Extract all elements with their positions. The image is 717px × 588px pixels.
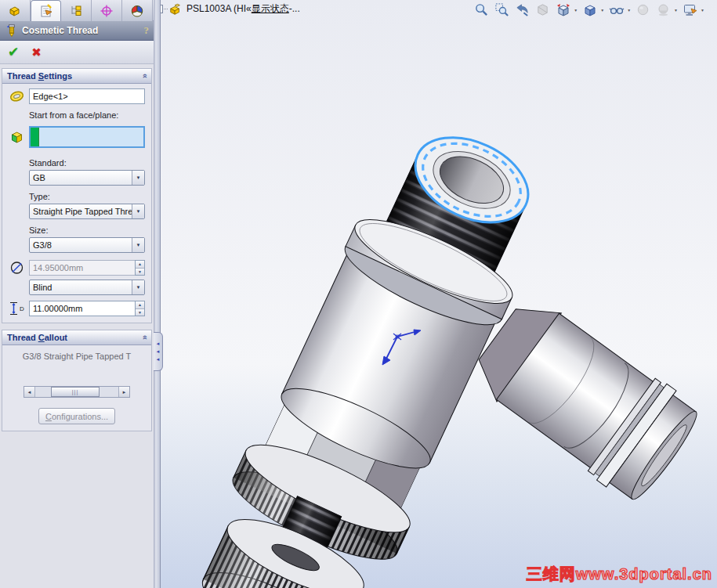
scroll-left-icon[interactable]: ◄	[24, 387, 35, 397]
chevron-down-icon[interactable]: ▼	[674, 8, 678, 13]
tree-connector	[164, 9, 168, 9]
type-label: Type:	[29, 192, 145, 201]
face-icon	[9, 129, 29, 145]
chevron-down-icon[interactable]: ▼	[132, 238, 144, 252]
chevron-down-icon[interactable]: ▼	[132, 204, 144, 218]
depth-icon: D	[9, 301, 29, 316]
page-title: Cosmetic Thread	[22, 25, 140, 36]
tree-expand-button[interactable]: +	[161, 5, 163, 13]
edge-selection-input[interactable]: Edge<1>	[29, 88, 145, 104]
property-manager-panel: Cosmetic Thread ? ✔ ✖ Thread Settings »	[0, 0, 154, 588]
panel-collapse-tab[interactable]: ◄ ◄ ◄	[154, 332, 163, 371]
edge-icon	[9, 88, 29, 104]
chevron-down-icon[interactable]: ▼	[132, 280, 144, 294]
part-name-label[interactable]: PSL1003A (HI«显示状态-...	[186, 2, 300, 16]
view-orientation-icon[interactable]	[555, 2, 571, 18]
manager-tabs	[0, 0, 154, 21]
hide-show-items-icon[interactable]	[608, 2, 625, 18]
type-dropdown[interactable]: Straight Pipe Tapped Thread ▼	[29, 204, 145, 219]
splitter-arrow-icon: ◄	[156, 341, 161, 346]
collapse-chevron-icon[interactable]: »	[139, 74, 149, 78]
thread-callout-title: Thread Callout	[7, 333, 67, 342]
model-3d-view[interactable]	[161, 0, 717, 588]
spin-up-icon[interactable]: ▲	[136, 261, 144, 268]
spin-down-icon[interactable]: ▼	[136, 308, 144, 316]
tab-configuration-manager[interactable]	[61, 0, 92, 21]
configuration-manager-icon	[68, 3, 84, 19]
display-manager-icon	[129, 3, 145, 19]
size-dropdown[interactable]: G3/8 ▼	[29, 237, 145, 253]
help-button[interactable]: ?	[144, 24, 150, 37]
tab-feature-manager[interactable]	[0, 0, 31, 21]
splitter-arrow-icon: ◄	[156, 357, 161, 362]
tab-property-manager[interactable]	[31, 0, 61, 21]
thread-callout-body: G3/8 Straight Pipe Tapped T ◄ ||| ► Conf…	[2, 352, 151, 431]
app-window: Cosmetic Thread ? ✔ ✖ Thread Settings »	[0, 0, 717, 588]
face-selection-input[interactable]	[29, 126, 145, 148]
chevron-down-icon[interactable]: ▼	[574, 8, 578, 13]
tab-dimxpert-manager[interactable]	[92, 0, 122, 21]
cosmetic-thread-icon	[5, 23, 18, 38]
depth-row: D 11.00000mm ▲ ▼	[9, 301, 145, 316]
chevron-down-icon[interactable]: ▼	[701, 8, 704, 13]
depth-value[interactable]: 11.00000mm	[29, 301, 135, 316]
chevron-down-icon[interactable]: ▼	[132, 171, 144, 185]
thread-callout-group: Thread Callout » G3/8 Straight Pipe Tapp…	[2, 330, 152, 431]
zoom-fit-icon[interactable]	[473, 2, 490, 18]
standard-dropdown[interactable]: GB ▼	[29, 170, 145, 186]
end-condition-dropdown[interactable]: Blind ▼	[29, 280, 145, 295]
edit-appearance-screen-icon[interactable]	[682, 2, 698, 18]
thread-diameter-icon	[9, 260, 29, 276]
display-style-icon[interactable]	[581, 2, 598, 18]
start-from-label: Start from a face/plane:	[29, 110, 145, 120]
callout-scrollbar[interactable]: ◄ ||| ►	[24, 386, 130, 398]
previous-view-icon[interactable]	[514, 2, 531, 18]
zoom-area-icon[interactable]	[494, 2, 510, 18]
size-label: Size:	[29, 225, 145, 235]
features-icon	[7, 3, 23, 19]
diameter-spin-buttons[interactable]: ▲ ▼	[135, 260, 145, 276]
property-manager-icon	[38, 3, 54, 19]
standard-label: Standard:	[29, 158, 145, 168]
scroll-right-icon[interactable]: ►	[118, 387, 129, 397]
chevron-down-icon[interactable]: ▼	[627, 8, 631, 13]
flyout-feature-tree: + PSL1003A (HI«显示状态-...	[161, 2, 300, 16]
apply-scene-icon	[635, 2, 651, 18]
spin-down-icon[interactable]: ▼	[136, 268, 144, 276]
dimxpert-icon	[99, 3, 114, 19]
heads-up-toolbar: ▼ ▼ ▼ ▼ ▼	[473, 2, 704, 18]
splitter-arrow-icon: ◄	[156, 349, 161, 354]
spin-up-icon[interactable]: ▲	[136, 301, 144, 308]
diameter-spinner[interactable]: 14.95000mm ▲ ▼	[29, 260, 145, 276]
thread-settings-header[interactable]: Thread Settings »	[2, 69, 151, 84]
scrollbar-thumb[interactable]: |||	[51, 387, 100, 397]
cancel-button[interactable]: ✖	[31, 45, 42, 60]
thread-callout-header[interactable]: Thread Callout »	[2, 330, 151, 345]
thread-settings-group: Thread Settings » Edge<1> Start from a f…	[2, 68, 152, 323]
thread-callout-text: G3/8 Straight Pipe Tapped T	[9, 352, 145, 361]
depth-icon-letter: D	[20, 305, 24, 312]
view-settings-icon	[655, 2, 672, 18]
chevron-down-icon[interactable]: ▼	[600, 8, 604, 13]
thread-settings-body: Edge<1> Start from a face/plane:	[2, 88, 151, 323]
collapse-chevron-icon[interactable]: »	[139, 335, 149, 340]
depth-spinner[interactable]: 11.00000mm ▲ ▼	[29, 301, 145, 316]
diameter-value[interactable]: 14.95000mm	[29, 260, 135, 276]
section-view-icon	[534, 2, 551, 18]
tab-display-manager[interactable]	[122, 0, 153, 21]
ok-button[interactable]: ✔	[8, 44, 19, 60]
part-icon	[168, 3, 183, 16]
selected-face-chip	[31, 128, 39, 146]
pm-action-bar: ✔ ✖	[0, 41, 154, 64]
depth-spin-buttons[interactable]: ▲ ▼	[135, 301, 145, 316]
edge-selection-row: Edge<1>	[9, 88, 145, 104]
graphics-viewport[interactable]: + PSL1003A (HI«显示状态-...	[161, 0, 717, 588]
watermark: 三维网www.3dportal.cn	[527, 564, 712, 585]
thread-settings-title: Thread Settings	[7, 71, 72, 81]
scrollbar-track[interactable]: |||	[35, 387, 118, 397]
configurations-button[interactable]: Configurations...	[38, 408, 115, 424]
face-selection-row	[9, 126, 145, 148]
panel-splitter[interactable]	[154, 0, 161, 588]
diameter-row: 14.95000mm ▲ ▼	[9, 260, 145, 276]
property-manager-header: Cosmetic Thread ?	[0, 21, 154, 41]
